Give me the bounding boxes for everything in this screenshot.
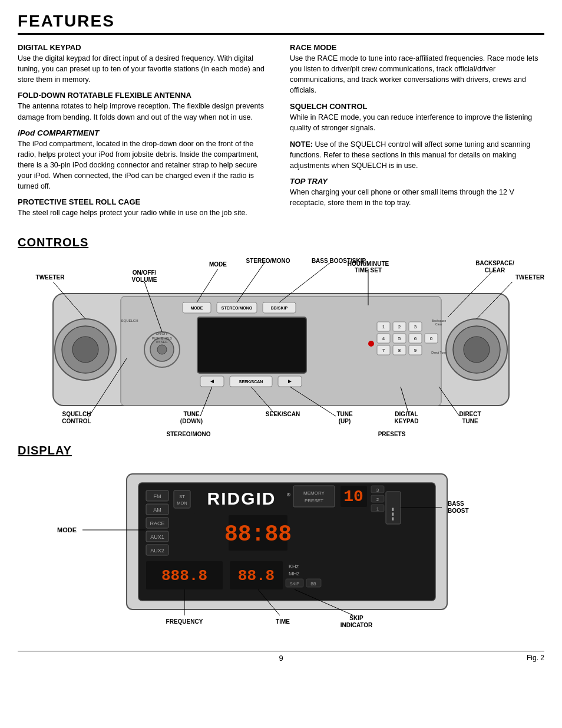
svg-text:ST: ST: [179, 494, 185, 499]
feature-squelch: SQUELCH CONTROL While in RACE mode, you …: [290, 102, 544, 133]
feature-note: NOTE: Use of the SQUELCH control will af…: [290, 139, 544, 171]
svg-text:STEREO/MONO: STEREO/MONO: [166, 431, 210, 437]
svg-text:BB: BB: [310, 582, 316, 586]
svg-text:7: 7: [382, 348, 385, 353]
svg-rect-21: [197, 317, 306, 373]
svg-text:TWEETER: TWEETER: [36, 274, 65, 281]
svg-text:Clear: Clear: [435, 322, 442, 326]
page-number: 9: [279, 654, 283, 663]
svg-text:STEREO/MONO: STEREO/MONO: [222, 306, 253, 310]
features-left-column: DIGITAL KEYPAD Use the digital keypad fo…: [18, 43, 272, 224]
race-mode-heading: RACE MODE: [290, 43, 544, 52]
note-text: NOTE: Use of the SQUELCH control will af…: [290, 139, 544, 171]
svg-text:TIME: TIME: [276, 618, 290, 625]
controls-title: CONTROLS: [18, 236, 544, 249]
svg-text:(UP): (UP): [339, 418, 351, 424]
svg-text:STEREO/MONO: STEREO/MONO: [246, 258, 290, 264]
features-right-column: RACE MODE Use the RACE mode to tune into…: [290, 43, 544, 224]
top-tray-heading: TOP TRAY: [290, 177, 544, 186]
svg-text:KEYPAD: KEYPAD: [395, 418, 419, 424]
display-diagram: FM AM RACE AUX1 AUX2 ST MON RIDGID ® MEM…: [18, 462, 544, 645]
svg-text:0.5 SEC.: 0.5 SEC.: [156, 340, 168, 344]
svg-text:5: 5: [398, 336, 401, 341]
svg-text:CONTROL: CONTROL: [62, 418, 91, 424]
top-tray-text: When charging your cell phone or other s…: [290, 187, 544, 208]
svg-text:DIRECT: DIRECT: [459, 411, 481, 417]
svg-point-6: [464, 337, 490, 363]
svg-text:BACKSPACE/: BACKSPACE/: [475, 260, 514, 266]
svg-text:SKIP: SKIP: [349, 615, 363, 621]
svg-text:2: 2: [376, 497, 379, 502]
race-mode-text: Use the RACE mode to tune into race-affi…: [290, 53, 544, 96]
svg-text:►: ►: [287, 378, 293, 384]
svg-text:Direct Tune: Direct Tune: [431, 351, 447, 354]
feature-ipod: iPod COMPARTMENT The iPod compartment, l…: [18, 129, 272, 192]
features-title: FEATURES: [18, 12, 544, 35]
ipod-heading: iPod COMPARTMENT: [18, 129, 272, 137]
svg-text:88:88: 88:88: [224, 522, 292, 547]
feature-rollcage: PROTECTIVE STEEL ROLL CAGE The steel rol…: [18, 197, 272, 218]
svg-text:3: 3: [414, 324, 417, 330]
svg-text:MEMORY: MEMORY: [303, 490, 325, 496]
svg-text:SEEK/SCAN: SEEK/SCAN: [239, 380, 263, 384]
svg-text:88.8: 88.8: [238, 567, 275, 585]
svg-text:KHz: KHz: [289, 564, 299, 569]
svg-text:INDICATOR: INDICATOR: [340, 622, 373, 628]
svg-text:RIDGID: RIDGID: [207, 489, 276, 508]
svg-text:888.8: 888.8: [161, 567, 207, 585]
svg-text:TUNE: TUNE: [462, 418, 478, 424]
svg-text:MON: MON: [177, 500, 187, 506]
feature-top-tray: TOP TRAY When charging your cell phone o…: [290, 177, 544, 208]
svg-text:TUNE: TUNE: [336, 411, 353, 417]
svg-text:MODE: MODE: [209, 261, 227, 268]
page-footer: 9 Fig. 2: [18, 651, 544, 663]
svg-text:0: 0: [430, 336, 433, 341]
svg-text:PRESETS: PRESETS: [378, 431, 406, 437]
svg-text:AM: AM: [153, 507, 161, 513]
rollcage-heading: PROTECTIVE STEEL ROLL CAGE: [18, 197, 272, 206]
feature-digital-keypad: DIGITAL KEYPAD Use the digital keypad fo…: [18, 43, 272, 85]
svg-text:MHz: MHz: [289, 571, 300, 577]
squelch-heading: SQUELCH CONTROL: [290, 102, 544, 111]
svg-text:RACE: RACE: [150, 521, 164, 526]
display-title: DISPLAY: [18, 444, 544, 457]
svg-text:1: 1: [382, 324, 385, 330]
svg-text:4: 4: [382, 336, 385, 341]
rollcage-text: The steel roll cage helps protect your r…: [18, 207, 272, 218]
svg-text:FM: FM: [154, 493, 161, 499]
svg-text:SEEK/SCAN: SEEK/SCAN: [266, 411, 300, 417]
svg-text:VOLUME: VOLUME: [132, 276, 157, 283]
svg-text:ON/OFF: ON/OFF: [156, 332, 168, 335]
ipod-text: The iPod compartment, located in the dro…: [18, 139, 272, 192]
feature-antenna: FOLD-DOWN ROTATABLE FLEXIBLE ANTENNA The…: [18, 91, 272, 122]
svg-text:AUX2: AUX2: [150, 548, 164, 554]
svg-text:TWEETER: TWEETER: [515, 274, 545, 281]
svg-text:SKIP: SKIP: [290, 582, 299, 586]
svg-text:▮: ▮: [392, 512, 394, 516]
svg-text:DIGITAL: DIGITAL: [395, 411, 418, 417]
svg-text:FREQUENCY: FREQUENCY: [166, 618, 203, 625]
svg-point-51: [368, 341, 374, 347]
svg-text:SQUELCH: SQUELCH: [62, 411, 91, 417]
svg-point-16: [157, 345, 167, 354]
digital-keypad-heading: DIGITAL KEYPAD: [18, 43, 272, 52]
svg-text:▮: ▮: [392, 516, 394, 521]
controls-section: CONTROLS MODE STEREO/MONO BB/: [18, 236, 544, 438]
svg-text:BOOST: BOOST: [448, 508, 469, 514]
controls-diagram: MODE STEREO/MONO BB/SKIP SQUELCH ON/OFF …: [18, 255, 544, 438]
svg-text:6: 6: [414, 336, 417, 341]
svg-text:10: 10: [343, 487, 363, 506]
svg-text:TUNE: TUNE: [183, 411, 200, 417]
svg-text:2: 2: [398, 324, 401, 330]
svg-text:PRESET: PRESET: [305, 498, 323, 503]
svg-text:HOUR/MINUTE: HOUR/MINUTE: [348, 261, 389, 267]
svg-text:◄: ◄: [209, 378, 215, 384]
svg-text:BASS: BASS: [448, 500, 464, 507]
svg-text:TIME SET: TIME SET: [355, 267, 382, 274]
svg-point-3: [72, 337, 98, 363]
svg-text:8: 8: [398, 348, 401, 353]
svg-text:BB/SKIP: BB/SKIP: [271, 306, 288, 310]
squelch-text: While in RACE mode, you can reduce inter…: [290, 112, 544, 133]
svg-text:9: 9: [414, 348, 417, 353]
svg-text:(DOWN): (DOWN): [180, 418, 203, 424]
